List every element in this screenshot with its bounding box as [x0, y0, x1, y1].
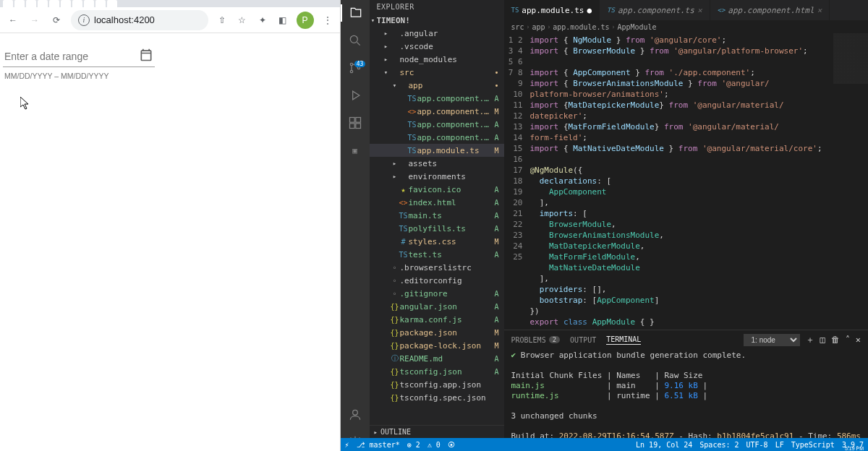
extensions-icon[interactable]: ✦: [256, 14, 269, 27]
file-test.ts[interactable]: TStest.tsA: [370, 248, 504, 261]
project-root[interactable]: ▾TIMEON!: [370, 14, 504, 27]
problems-tab[interactable]: PROBLEMS2: [511, 336, 561, 344]
chrome-tabstrip[interactable]: [0, 0, 340, 7]
page-content: Enter a date range MM/DD/YYYY – MM/DD/YY…: [0, 33, 340, 451]
editor-tabs: TS app.module.ts ●TS app.component.ts ×<…: [504, 0, 869, 20]
mouse-cursor-icon: [20, 97, 30, 110]
date-range-field: Enter a date range: [3, 40, 155, 67]
minimap[interactable]: [833, 33, 868, 134]
bottom-panel: PROBLEMS2 OUTPUT TERMINAL 1: node ＋ ◫ 🗑 …: [504, 330, 869, 451]
kill-terminal-icon[interactable]: 🗑: [831, 335, 840, 345]
site-info-icon[interactable]: i: [78, 14, 90, 26]
svg-point-8: [352, 410, 357, 415]
debug-activity-icon[interactable]: [346, 87, 364, 104]
file-.vscode[interactable]: ▸.vscode: [370, 40, 504, 53]
problems-indicator[interactable]: ⊗ 2: [407, 441, 420, 449]
file-app.component.html[interactable]: <>app.component.htmlM: [370, 105, 504, 118]
output-tab[interactable]: OUTPUT: [570, 336, 596, 344]
url-text: localhost:4200: [94, 14, 155, 25]
code-editor[interactable]: 1 2 3 4 5 6 7 8 9 10 11 12 13 14 15 16 1…: [504, 33, 869, 330]
file-styles.css[interactable]: #styles.cssM: [370, 235, 504, 248]
file-app.component.ts[interactable]: TSapp.component.tsA: [370, 118, 504, 131]
terminal-output[interactable]: ✔ Browser application bundle generation …: [504, 349, 869, 451]
breadcrumb[interactable]: src›app›app.module.ts›AppModule: [504, 20, 869, 33]
calendar-icon[interactable]: [139, 48, 153, 62]
file-.angular[interactable]: ▸.angular: [370, 27, 504, 40]
file-package.json[interactable]: {}package.jsonM: [370, 326, 504, 339]
reload-button[interactable]: ⟳: [49, 13, 64, 27]
indentation[interactable]: Spaces: 2: [699, 441, 739, 449]
file-README.md[interactable]: ⓘREADME.mdA: [370, 352, 504, 365]
file-app[interactable]: ▾app•: [370, 79, 504, 92]
terminal-select[interactable]: 1: node: [744, 334, 800, 346]
file-main.ts[interactable]: TSmain.tsA: [370, 209, 504, 222]
account-icon[interactable]: [346, 406, 364, 424]
explorer-activity-icon[interactable]: [341, 4, 370, 22]
share-icon[interactable]: ⇧: [216, 14, 229, 27]
panel-tabs: PROBLEMS2 OUTPUT TERMINAL 1: node ＋ ◫ 🗑 …: [504, 330, 869, 349]
svg-point-2: [350, 70, 352, 72]
bookmark-icon[interactable]: ☆: [236, 14, 249, 27]
sidepanel-icon[interactable]: ◧: [276, 14, 289, 27]
encoding[interactable]: UTF-8: [746, 441, 768, 449]
search-activity-icon[interactable]: [346, 32, 364, 49]
outline-section[interactable]: ▸OUTLINE: [370, 425, 504, 438]
file-favicon.ico[interactable]: ★favicon.icoA: [370, 183, 504, 196]
new-terminal-icon[interactable]: ＋: [806, 334, 814, 346]
explorer-header: EXPLORER: [370, 0, 504, 14]
profile-avatar[interactable]: P: [297, 12, 314, 29]
system-clock: 5:19 PM: [845, 445, 864, 451]
file-node_modules[interactable]: ▸node_modules: [370, 53, 504, 66]
file-app.module.ts[interactable]: TSapp.module.tsM: [370, 144, 504, 157]
file-tsconfig.spec.json[interactable]: {}tsconfig.spec.json: [370, 391, 504, 404]
warnings-indicator[interactable]: ⚠ 0: [427, 441, 441, 449]
close-panel-icon[interactable]: ✕: [856, 335, 861, 345]
language-mode[interactable]: TypeScript: [791, 441, 835, 449]
code-content[interactable]: import { NgModule } from '@angular/core'…: [530, 33, 869, 330]
file-tsconfig.app.json[interactable]: {}tsconfig.app.json: [370, 378, 504, 391]
vscode-window: 43 ▣ EXPLORER ▾TIMEON! ▸.angular▸.vscode…: [341, 0, 869, 451]
file-app.component.css[interactable]: TSapp.component.cssA: [370, 92, 504, 105]
tab-app.module.ts[interactable]: TS app.module.ts ●: [504, 0, 600, 20]
menu-icon[interactable]: ⋮: [321, 14, 334, 27]
file-assets[interactable]: ▸assets: [370, 157, 504, 170]
file-.editorconfig[interactable]: ◦.editorconfig: [370, 274, 504, 287]
split-terminal-icon[interactable]: ◫: [820, 335, 825, 345]
cursor-position[interactable]: Ln 19, Col 24: [636, 441, 692, 449]
file-tree: ▸.angular▸.vscode▸node_modules▾src•▾app•…: [370, 27, 504, 425]
chrome-window: ← → ⟳ i localhost:4200 ⇧ ☆ ✦ ◧ P ⋮ Enter…: [0, 0, 341, 451]
file-angular.json[interactable]: {}angular.jsonA: [370, 300, 504, 313]
file-karma.conf.js[interactable]: {}karma.conf.jsA: [370, 313, 504, 326]
svg-rect-6: [349, 124, 354, 129]
eol[interactable]: LF: [775, 441, 784, 449]
maximize-panel-icon[interactable]: ˄: [846, 335, 850, 345]
extensions-activity-icon[interactable]: [346, 114, 364, 132]
file-polyfills.ts[interactable]: TSpolyfills.tsA: [370, 222, 504, 235]
file-index.html[interactable]: <>index.htmlA: [370, 196, 504, 209]
tab-app.component.html[interactable]: <> app.component.html ×: [710, 0, 830, 20]
chrome-toolbar: ← → ⟳ i localhost:4200 ⇧ ☆ ✦ ◧ P ⋮: [0, 7, 340, 33]
file-.browserslistrc[interactable]: ◦.browserslistrc: [370, 261, 504, 274]
address-bar[interactable]: i localhost:4200: [71, 10, 208, 30]
date-range-input[interactable]: [3, 40, 155, 67]
scm-activity-icon[interactable]: 43: [346, 59, 364, 77]
file-tsconfig.json[interactable]: {}tsconfig.jsonA: [370, 365, 504, 378]
file-.gitignore[interactable]: ◦.gitignoreA: [370, 287, 504, 300]
svg-point-1: [350, 63, 352, 65]
remote-indicator[interactable]: ⚡: [345, 441, 349, 449]
file-app.component.spec.ts[interactable]: TSapp.component.spec.tsA: [370, 131, 504, 144]
tab-app.component.ts[interactable]: TS app.component.ts ×: [600, 0, 710, 20]
remote-activity-icon[interactable]: ▣: [346, 142, 364, 159]
file-src[interactable]: ▾src•: [370, 66, 504, 79]
svg-rect-4: [349, 118, 354, 123]
terminal-tab[interactable]: TERMINAL: [606, 335, 641, 345]
status-bar: ⚡ ⎇ master* ⊗ 2 ⚠ 0 ⦿ Ln 19, Col 24 Spac…: [341, 438, 869, 451]
explorer-sidebar: EXPLORER ▾TIMEON! ▸.angular▸.vscode▸node…: [370, 0, 504, 451]
line-gutter: 1 2 3 4 5 6 7 8 9 10 11 12 13 14 15 16 1…: [504, 33, 530, 330]
back-button[interactable]: ←: [6, 13, 20, 27]
file-package-lock.json[interactable]: {}package-lock.jsonM: [370, 339, 504, 352]
file-environments[interactable]: ▸environments: [370, 170, 504, 183]
forward-button[interactable]: →: [27, 13, 42, 27]
port-indicator[interactable]: ⦿: [448, 441, 455, 449]
branch-indicator[interactable]: ⎇ master*: [357, 441, 400, 449]
